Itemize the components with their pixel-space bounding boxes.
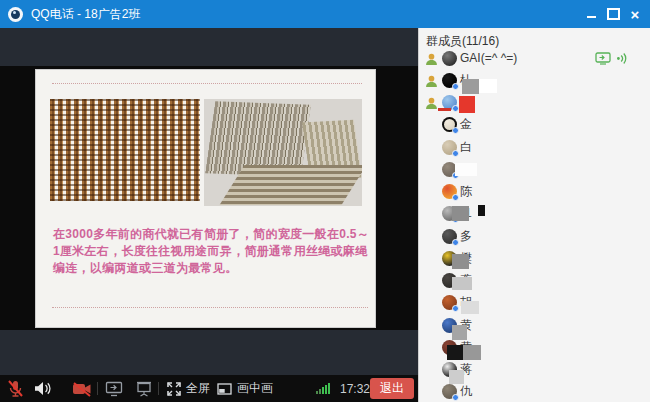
minimize-button[interactable] [580, 5, 602, 23]
member-row[interactable]: 黄 [419, 315, 650, 335]
member-name: 仇 [460, 383, 472, 400]
slide-divider-bottom [52, 307, 368, 308]
member-row[interactable]: 旦 [419, 204, 650, 224]
member-name: 陈 [460, 183, 472, 200]
redaction-block [449, 370, 464, 384]
mobile-status-badge-icon [452, 150, 459, 157]
mobile-status-badge-icon [452, 305, 459, 312]
speaking-icon [616, 52, 628, 65]
member-list[interactable]: GAI(=^ ^=)杜刘金白蔡陈旦多樊龚胡黄黄蒋仇 [419, 46, 650, 402]
slide-body-text: 在3000多年前的商代就已有简册了，简的宽度一般在0.5～1厘米左右，长度往往视… [53, 226, 373, 277]
member-name: 金 [460, 116, 472, 133]
avatar [442, 51, 457, 66]
exit-button[interactable]: 退出 [370, 378, 414, 399]
mobile-status-badge-icon [452, 394, 459, 401]
fullscreen-button[interactable]: 全屏 [167, 375, 210, 402]
speaker-icon[interactable] [34, 375, 51, 402]
shared-presentation-screen: 在3000多年前的商代就已有简册了，简的宽度一般在0.5～1厘米左右，长度往往视… [0, 66, 418, 330]
avatar [442, 229, 457, 244]
member-row[interactable]: 蔡 [419, 159, 650, 179]
window-title: QQ电话 - 18广告2班 [31, 6, 140, 23]
redaction-block [438, 108, 451, 111]
member-row[interactable]: 胡 [419, 293, 650, 313]
avatar [442, 117, 457, 132]
signal-strength-icon [316, 383, 331, 394]
sharing-screen-icon [595, 52, 611, 65]
member-name: 多 [460, 228, 472, 245]
avatar [442, 295, 457, 310]
member-status-icon [425, 74, 439, 87]
close-button[interactable]: × [624, 5, 646, 23]
screen-share-icon[interactable] [105, 375, 123, 402]
maximize-button[interactable] [602, 5, 624, 23]
pip-label: 画中画 [237, 380, 273, 397]
redaction-block [478, 205, 485, 216]
member-row[interactable]: 樊 [419, 248, 650, 268]
member-row[interactable]: 刘 [419, 93, 650, 113]
qq-call-app-icon [8, 7, 23, 22]
redaction-block [452, 325, 467, 340]
picture-in-picture-icon [217, 383, 232, 395]
pip-button[interactable]: 画中画 [217, 375, 273, 402]
presentation-slide: 在3000多年前的商代就已有简册了，简的宽度一般在0.5～1厘米左右，长度往往视… [35, 69, 376, 328]
window-controls: × [580, 0, 646, 28]
member-row[interactable]: 龚 [419, 271, 650, 291]
member-status-icon [425, 52, 439, 65]
fullscreen-label: 全屏 [186, 380, 210, 397]
call-toolbar: 全屏 画中画 17:32 退出 [0, 375, 418, 402]
redaction-block [461, 301, 479, 314]
screen-share-view: 在3000多年前的商代就已有简册了，简的宽度一般在0.5～1厘米左右，长度往往视… [0, 28, 418, 375]
camera-muted-icon[interactable] [72, 375, 92, 402]
avatar [442, 140, 457, 155]
member-row[interactable]: 黄 [419, 337, 650, 357]
member-status-icon [425, 96, 439, 109]
redaction-block [463, 345, 481, 360]
qq-call-window: QQ电话 - 18广告2班 × 在3000多年前的商代就已有简册了，简的宽度一般… [0, 0, 650, 402]
mobile-status-badge-icon [452, 83, 459, 90]
member-row[interactable]: 仇 [419, 382, 650, 402]
member-row[interactable]: 陈 [419, 182, 650, 202]
toolbar-separator [158, 382, 159, 395]
redaction-block [455, 163, 477, 176]
titlebar[interactable]: QQ电话 - 18广告2班 × [0, 0, 650, 28]
avatar [442, 384, 457, 399]
redaction-block [452, 254, 469, 269]
redaction-block [462, 79, 479, 94]
microphone-muted-icon[interactable] [6, 375, 25, 402]
member-name: 白 [460, 139, 472, 156]
bamboo-book-photo [204, 99, 362, 206]
mobile-status-badge-icon [452, 127, 459, 134]
member-activity-icons [595, 52, 628, 65]
call-timer: 17:32 [340, 382, 370, 396]
member-row[interactable]: 杜 [419, 70, 650, 90]
member-row[interactable]: GAI(=^ ^=) [419, 48, 650, 68]
member-name: GAI(=^ ^=) [460, 51, 517, 65]
mobile-status-badge-icon [452, 239, 459, 246]
redaction-block [459, 96, 475, 113]
member-row[interactable]: 蒋 [419, 360, 650, 380]
projector-icon[interactable] [135, 375, 153, 402]
redaction-block [447, 345, 463, 360]
member-panel: 群成员(11/16) GAI(=^ ^=)杜刘金白蔡陈旦多樊龚胡黄黄蒋仇 [418, 28, 650, 402]
fullscreen-icon [167, 382, 181, 396]
avatar [442, 184, 457, 199]
slide-divider-top [52, 83, 362, 84]
redaction-block [452, 206, 469, 221]
member-row[interactable]: 金 [419, 115, 650, 135]
redaction-block [479, 79, 497, 93]
mobile-status-badge-icon [452, 105, 459, 112]
member-row[interactable]: 白 [419, 137, 650, 157]
bamboo-slips-image [50, 99, 200, 201]
avatar [442, 73, 457, 88]
redaction-block [452, 277, 472, 290]
member-row[interactable]: 多 [419, 226, 650, 246]
mobile-status-badge-icon [452, 194, 459, 201]
toolbar-separator [97, 382, 98, 395]
